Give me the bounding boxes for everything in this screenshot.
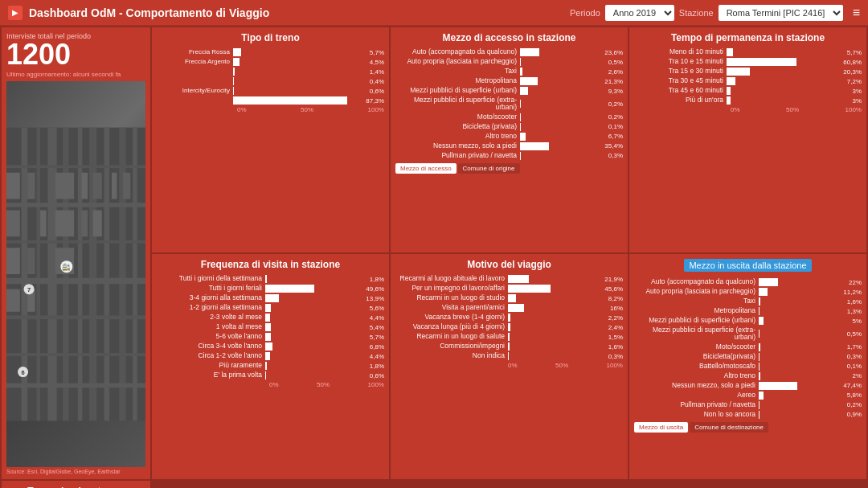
bar-fill bbox=[759, 278, 778, 286]
bar-row: 0,4% bbox=[157, 77, 384, 85]
bar-label: Non lo so ancora bbox=[634, 411, 759, 418]
bar-fill bbox=[727, 77, 735, 85]
bar-fill bbox=[520, 48, 539, 56]
tab-mezzo-uscita[interactable]: Mezzo di uscita bbox=[634, 422, 688, 433]
bar-row: Nessun mezzo, solo a piedi47,4% bbox=[634, 382, 862, 390]
tipo-treno-panel: Tipo di treno Freccia Rossa5,7%Freccia A… bbox=[152, 27, 389, 252]
bar-container bbox=[759, 317, 850, 325]
bar-value: 21,9% bbox=[604, 276, 623, 283]
bar-value: 35,4% bbox=[604, 142, 623, 150]
bar-value: 0,5% bbox=[608, 59, 623, 66]
svg-text:6: 6 bbox=[21, 369, 24, 376]
mezzo-accesso-title: Mezzo di accesso in stazione bbox=[395, 32, 623, 43]
bar-row: Circa 3-4 volte l'anno6,8% bbox=[157, 342, 384, 351]
bar-container bbox=[759, 288, 841, 296]
bar-value: 5,6% bbox=[370, 305, 384, 312]
bar-fill bbox=[265, 371, 266, 379]
bar-label: Altro treno bbox=[634, 372, 759, 379]
bar-container bbox=[265, 294, 363, 302]
periodo-label: Periodo bbox=[570, 8, 600, 18]
menu-icon[interactable]: ≡ bbox=[853, 6, 860, 20]
map-svg: 🚉 6 7 bbox=[6, 81, 145, 467]
bar-label: Pullman privato / navetta bbox=[395, 152, 520, 159]
svg-rect-19 bbox=[40, 211, 46, 237]
svg-rect-13 bbox=[6, 278, 145, 284]
bar-row: Pullman privato / navetta0,3% bbox=[395, 152, 623, 160]
svg-rect-14 bbox=[6, 315, 145, 319]
map-source: Source: Esri, DigitalGlobe, GeoEye, Eart… bbox=[6, 469, 145, 474]
bar-fill bbox=[508, 285, 551, 293]
bar-label: Tra 30 e 45 minuti bbox=[634, 77, 727, 84]
bar-row: Tutti i giorni feriali49,6% bbox=[157, 285, 384, 293]
bar-row: E' la prima volta0,6% bbox=[157, 371, 384, 379]
bar-value: 1,8% bbox=[370, 276, 384, 283]
bar-row: Auto propria (lasciata in parcheggio)0,5… bbox=[395, 58, 623, 66]
bar-value: 5,8% bbox=[847, 392, 862, 399]
bar-container bbox=[759, 401, 845, 409]
bar-fill bbox=[233, 58, 240, 66]
svg-rect-28 bbox=[93, 211, 102, 237]
bar-container bbox=[520, 113, 606, 121]
bar-container bbox=[759, 411, 845, 419]
map-background: 🚉 6 7 bbox=[6, 81, 145, 467]
svg-rect-25 bbox=[6, 211, 20, 237]
bar-label: Auto (accompagnato da qualcuno) bbox=[395, 48, 520, 55]
bar-row: Meno di 10 minuti5,7% bbox=[634, 48, 862, 56]
bar-row: Recarmi in un luogo di salute1,5% bbox=[395, 333, 623, 341]
svg-rect-12 bbox=[6, 240, 145, 244]
svg-rect-11 bbox=[6, 203, 145, 207]
bar-row: Non lo so ancora0,9% bbox=[634, 411, 862, 419]
bar-value: 5,7% bbox=[370, 49, 384, 56]
bar-container bbox=[520, 58, 606, 66]
bar-value: 2,6% bbox=[608, 68, 623, 76]
bar-label: Recarmi al luogo abituale di lavoro bbox=[395, 275, 508, 282]
bar-fill bbox=[233, 87, 234, 95]
bar-value: 20,3% bbox=[843, 68, 862, 76]
svg-rect-6 bbox=[89, 128, 96, 421]
bar-value: 60,8% bbox=[843, 59, 862, 66]
svg-rect-20 bbox=[55, 173, 74, 199]
bar-container bbox=[508, 314, 606, 322]
bar-container bbox=[265, 362, 367, 370]
bar-label: Meno di 10 minuti bbox=[634, 48, 727, 55]
svg-text:🚉: 🚉 bbox=[62, 263, 71, 272]
bar-value: 45,6% bbox=[604, 285, 623, 293]
bar-value: 3% bbox=[852, 97, 862, 105]
bar-fill bbox=[520, 133, 526, 141]
svg-rect-9 bbox=[133, 128, 137, 421]
tab-comune-dest[interactable]: Comune di destinazione bbox=[690, 422, 768, 433]
bar-fill bbox=[265, 294, 279, 302]
tab-comune-origine[interactable]: Comune di origine bbox=[458, 163, 520, 174]
bar-container bbox=[508, 285, 602, 293]
bar-value: 49,6% bbox=[366, 285, 384, 293]
bar-fill bbox=[265, 362, 267, 370]
bar-container bbox=[233, 77, 367, 85]
bar-fill bbox=[520, 87, 528, 95]
bar-label: Auto (accompagnato da qualcuno) bbox=[634, 278, 759, 285]
svg-rect-24 bbox=[123, 173, 130, 199]
svg-rect-32 bbox=[6, 289, 20, 312]
bar-container bbox=[233, 68, 367, 76]
bar-value: 1,4% bbox=[370, 68, 384, 76]
bar-value: 47,4% bbox=[843, 382, 862, 389]
mezzo-uscita-chart: Auto (accompagnato da qualcuno)22%Auto p… bbox=[634, 278, 862, 419]
stazione-select[interactable]: Roma Termini [PIC 2416] bbox=[719, 5, 843, 21]
bar-row: Per un impegno di lavoro/affari45,6% bbox=[395, 285, 623, 293]
bar-container bbox=[520, 142, 602, 150]
tab-mezzo-accesso[interactable]: Mezzo di accesso bbox=[395, 163, 457, 174]
bar-fill bbox=[727, 87, 731, 95]
bar-label: Taxi bbox=[634, 297, 759, 305]
bar-container bbox=[265, 352, 367, 360]
logo: ▶ bbox=[8, 6, 23, 20]
bar-fill bbox=[265, 275, 267, 283]
bar-label: Vacanza lunga (più di 4 giorni) bbox=[395, 323, 508, 330]
bar-label: Commissioni/impegni bbox=[395, 342, 508, 350]
bar-value: 0,9% bbox=[847, 411, 862, 418]
bar-container bbox=[727, 48, 845, 56]
bar-row: Moto/scooter1,7% bbox=[634, 343, 862, 351]
bar-value: 5% bbox=[852, 318, 862, 325]
bar-row: Metropolitana1,3% bbox=[634, 307, 862, 315]
svg-rect-8 bbox=[119, 128, 125, 421]
periodo-select[interactable]: Anno 2019 bbox=[605, 5, 674, 21]
bar-label: Metropolitana bbox=[634, 307, 759, 314]
